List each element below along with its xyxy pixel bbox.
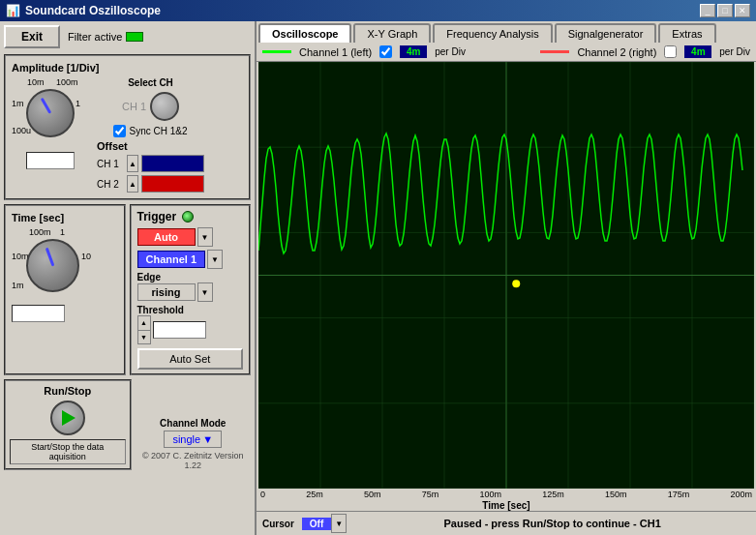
ch2-offset-row: CH 2 ▲ 0.0000 <box>97 175 204 193</box>
amplitude-knob[interactable] <box>26 89 75 137</box>
scope-grid-svg <box>258 62 754 489</box>
time-label-1: 1 <box>60 227 65 237</box>
trigger-mode-button[interactable]: Auto <box>137 228 196 246</box>
x-label-175m: 175m <box>668 490 690 499</box>
cursor-value[interactable]: Off <box>302 518 331 530</box>
channel-mode-button[interactable]: single ▼ <box>164 431 222 448</box>
threshold-label: Threshold <box>137 305 244 315</box>
offset-area: Offset CH 1 ▲ 0.0000 CH 2 ▲ 0.0000 <box>97 140 204 193</box>
time-label-100m: 100m <box>29 227 51 237</box>
time-label-10: 10 <box>81 252 91 261</box>
channel-mode-area: Channel Mode single ▼ © 2007 C. Zeitnitz… <box>136 379 252 470</box>
edge-label: Edge <box>137 272 244 282</box>
play-icon <box>62 410 76 426</box>
x-label-125m: 125m <box>542 490 564 499</box>
trigger-channel-row: Channel 1 ▼ <box>137 250 244 269</box>
ch1-per-div-label: per Div <box>435 46 466 57</box>
ch2-visible-checkbox[interactable] <box>664 45 677 58</box>
title-bar: 📊 Soundcard Oszilloscope _ □ ✕ <box>0 0 756 21</box>
scope-display <box>258 62 754 489</box>
channel-mode-arrow-icon: ▼ <box>202 433 213 445</box>
ch2-offset-up-arrow[interactable]: ▲ <box>127 175 138 193</box>
edge-row: rising ▼ <box>137 282 244 302</box>
time-knob[interactable] <box>26 239 79 292</box>
ch2-per-div-label: per Div <box>719 46 750 57</box>
filter-led <box>126 32 143 42</box>
sync-row: Sync CH 1&2 <box>113 125 187 137</box>
offset-label: Offset <box>97 140 204 152</box>
ch1-per-div-value: 4m <box>400 45 427 58</box>
channel-mode-value: single <box>172 433 200 445</box>
cursor-dropdown: Off ▼ <box>302 514 347 533</box>
ch1-offset-label: CH 1 <box>97 159 124 169</box>
amplitude-section: Amplitude [1/Div] 10m 100m 1m 100u 1 0.0… <box>4 54 251 200</box>
start-stop-label: Start/Stop the data aquisition <box>10 439 126 464</box>
edge-button[interactable]: rising <box>137 283 196 301</box>
auto-set-button[interactable]: Auto Set <box>137 348 244 370</box>
threshold-input[interactable]: 0.01 <box>153 321 206 339</box>
window-controls[interactable]: _ □ ✕ <box>700 4 750 17</box>
time-label-1m: 1m <box>12 281 24 290</box>
amp-label-100m: 100m <box>56 77 78 87</box>
tab-signalgenerator[interactable]: Signalgenerator <box>555 23 657 43</box>
amplitude-title: Amplitude [1/Div] <box>12 62 243 74</box>
ch1-offset-up-arrow[interactable]: ▲ <box>127 155 138 172</box>
ch1-label: CH 1 <box>122 101 146 112</box>
channel-mode-section: Channel Mode single ▼ <box>136 418 252 448</box>
minimize-button[interactable]: _ <box>700 4 715 17</box>
maximize-button[interactable]: □ <box>717 4 733 17</box>
amplitude-content: 10m 100m 1m 100u 1 0.004 Select CH <box>12 77 243 193</box>
exit-button[interactable]: Exit <box>4 25 60 48</box>
sync-checkbox[interactable] <box>113 125 126 137</box>
filter-active-row: Filter active <box>68 31 143 43</box>
ch-select-knob[interactable] <box>150 92 179 121</box>
close-button[interactable]: ✕ <box>735 4 750 17</box>
left-bottom: Run/Stop Start/Stop the data aquisition … <box>4 379 251 470</box>
channel-row: Channel 1 (left) 4m per Div Channel 2 (r… <box>257 43 756 62</box>
ch1-visible-checkbox[interactable] <box>379 45 392 58</box>
amp-label-1: 1 <box>76 99 80 108</box>
x-axis-title: Time [sec] <box>257 500 756 511</box>
x-label-0: 0 <box>260 490 265 499</box>
amp-label-10m: 10m <box>27 77 45 87</box>
ch1-color-indicator <box>262 50 291 53</box>
trigger-header: Trigger <box>137 210 244 223</box>
bottom-bar: Cursor Off ▼ Paused - press Run/Stop to … <box>257 511 756 535</box>
tab-oscilloscope[interactable]: Oscilloscope <box>258 23 351 43</box>
edge-arrow[interactable]: ▼ <box>197 282 213 302</box>
run-stop-button[interactable] <box>50 401 85 435</box>
main-container: Exit Filter active Amplitude [1/Div] 10m… <box>0 21 756 535</box>
filter-active-label: Filter active <box>68 31 122 43</box>
ch2-offset-input[interactable]: 0.0000 <box>141 175 204 193</box>
run-stop-section: Run/Stop Start/Stop the data aquisition <box>4 379 132 470</box>
threshold-spinner[interactable]: ▲ ▼ <box>137 315 151 344</box>
trigger-mode-arrow[interactable]: ▼ <box>197 227 213 247</box>
ch2-channel-label: Channel 2 (right) <box>577 46 656 58</box>
copyright-text: © 2007 C. Zeitnitz Version 1.22 <box>136 451 252 470</box>
tab-frequency-analysis[interactable]: Frequency Analysis <box>433 23 552 43</box>
time-input[interactable]: 200m <box>12 305 65 322</box>
threshold-row: ▲ ▼ 0.01 <box>137 315 244 344</box>
trigger-channel-arrow[interactable]: ▼ <box>207 250 223 269</box>
tab-xy-graph[interactable]: X-Y Graph <box>353 23 431 43</box>
app-icon: 📊 <box>6 4 20 17</box>
time-knob-area: 100m 1 10m 1m 10 <box>12 227 94 305</box>
cursor-arrow[interactable]: ▼ <box>331 514 347 533</box>
left-panel: Exit Filter active Amplitude [1/Div] 10m… <box>0 21 257 535</box>
ch2-color-indicator <box>540 50 569 53</box>
x-label-50m: 50m <box>364 490 381 499</box>
amp-label-1m: 1m <box>12 99 24 108</box>
select-ch-label: Select CH <box>128 77 173 88</box>
amplitude-knob-area: 10m 100m 1m 100u 1 0.004 <box>12 77 89 193</box>
trigger-channel-button[interactable]: Channel 1 <box>137 251 206 268</box>
ch1-offset-input[interactable]: 0.0000 <box>141 155 204 172</box>
time-section: Time [sec] 100m 1 10m 1m 10 200m <box>4 204 126 375</box>
trigger-section: Trigger Auto ▼ Channel 1 ▼ Edge rising ▼… <box>130 204 252 375</box>
trigger-title: Trigger <box>137 210 177 223</box>
amplitude-input[interactable]: 0.004 <box>26 152 75 169</box>
right-panel: Oscilloscope X-Y Graph Frequency Analysi… <box>257 21 756 535</box>
tab-extras[interactable]: Extras <box>658 23 715 43</box>
knob-indicator <box>41 98 52 114</box>
trigger-led <box>182 211 194 223</box>
tabs-row: Oscilloscope X-Y Graph Frequency Analysi… <box>257 21 756 43</box>
